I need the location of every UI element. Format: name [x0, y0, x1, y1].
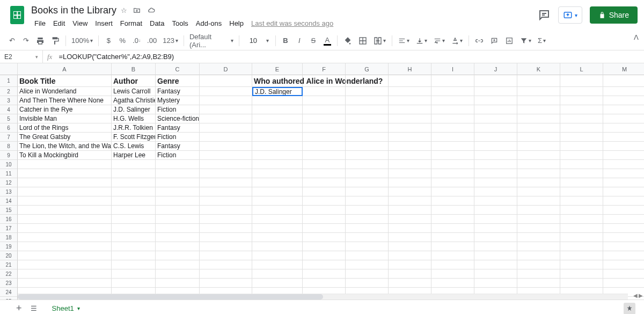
functions-icon[interactable]: Σ▾	[535, 34, 548, 48]
cell[interactable]	[474, 87, 517, 96]
cell[interactable]	[112, 224, 156, 233]
format-currency-icon[interactable]: $	[102, 34, 115, 48]
print-icon[interactable]	[33, 34, 47, 48]
cloud-status-icon[interactable]	[147, 6, 156, 14]
cell[interactable]	[603, 178, 644, 187]
cell[interactable]	[156, 260, 200, 269]
cell[interactable]	[252, 133, 303, 142]
cell[interactable]	[156, 196, 200, 206]
row-header[interactable]: 6	[0, 123, 18, 133]
cell[interactable]: J.D. Salinger	[112, 105, 156, 114]
cell[interactable]	[18, 260, 112, 269]
cell[interactable]: Author	[112, 75, 156, 87]
cell[interactable]	[156, 233, 200, 242]
cell[interactable]	[303, 206, 346, 215]
cell[interactable]	[560, 87, 603, 96]
cell[interactable]	[603, 105, 644, 114]
cell[interactable]	[560, 151, 603, 160]
cell[interactable]	[560, 233, 603, 242]
cell[interactable]	[517, 178, 560, 187]
cell[interactable]	[474, 215, 517, 224]
row-header[interactable]: 11	[0, 169, 18, 178]
cell[interactable]	[252, 224, 303, 233]
cell[interactable]	[389, 87, 431, 96]
cell[interactable]	[560, 251, 603, 260]
formula-input[interactable]: =LOOKUP("Catcher%",A2:A9,B2:B9)	[56, 53, 644, 61]
column-header[interactable]: E	[252, 63, 303, 75]
cell[interactable]	[389, 169, 431, 178]
cell[interactable]	[389, 215, 431, 224]
cell[interactable]: The Lion, the Witch, and the Wardr	[18, 142, 112, 151]
cell[interactable]	[200, 151, 252, 160]
cell[interactable]: Fiction	[156, 133, 200, 142]
cell[interactable]	[474, 242, 517, 251]
cell[interactable]	[560, 142, 603, 151]
cell[interactable]	[303, 160, 346, 169]
cell[interactable]	[156, 242, 200, 251]
cell[interactable]	[112, 178, 156, 187]
cell[interactable]	[474, 96, 517, 105]
cell[interactable]	[252, 279, 303, 288]
cell[interactable]	[560, 260, 603, 269]
column-header[interactable]: F	[303, 63, 346, 75]
cell[interactable]	[303, 224, 346, 233]
cell[interactable]	[389, 260, 431, 269]
cell[interactable]	[200, 233, 252, 242]
cell[interactable]	[252, 260, 303, 269]
cell[interactable]	[303, 242, 346, 251]
fill-color-icon[interactable]	[341, 34, 355, 48]
cell[interactable]	[517, 187, 560, 196]
cell[interactable]	[200, 160, 252, 169]
cell[interactable]	[431, 269, 474, 279]
cell[interactable]	[200, 105, 252, 114]
cell[interactable]: The Great Gatsby	[18, 133, 112, 142]
cell[interactable]	[560, 224, 603, 233]
cell[interactable]	[156, 251, 200, 260]
cell[interactable]	[252, 123, 303, 133]
cell[interactable]	[603, 233, 644, 242]
text-rotation-icon[interactable]: ▾	[449, 34, 465, 48]
cell[interactable]	[18, 242, 112, 251]
cell[interactable]	[431, 242, 474, 251]
cell[interactable]	[389, 75, 431, 87]
cell[interactable]	[517, 123, 560, 133]
cell[interactable]	[474, 224, 517, 233]
redo-icon[interactable]: ↷	[19, 34, 32, 48]
cell[interactable]	[474, 233, 517, 242]
cell[interactable]	[346, 96, 389, 105]
cell[interactable]	[431, 187, 474, 196]
row-header[interactable]: 8	[0, 142, 18, 151]
cell[interactable]	[303, 123, 346, 133]
row-header[interactable]: 4	[0, 105, 18, 114]
cell[interactable]	[603, 224, 644, 233]
column-header[interactable]: M	[603, 63, 644, 75]
cell[interactable]	[18, 196, 112, 206]
cell[interactable]	[474, 251, 517, 260]
cell[interactable]	[517, 206, 560, 215]
cell[interactable]	[346, 105, 389, 114]
cell[interactable]	[346, 187, 389, 196]
cell[interactable]	[303, 279, 346, 288]
cell[interactable]	[346, 242, 389, 251]
cell[interactable]	[112, 260, 156, 269]
cell[interactable]	[112, 242, 156, 251]
cell[interactable]	[431, 279, 474, 288]
cell[interactable]	[474, 187, 517, 196]
column-header[interactable]: C	[156, 63, 200, 75]
cell[interactable]	[252, 206, 303, 215]
cell[interactable]	[18, 206, 112, 215]
cell[interactable]	[389, 242, 431, 251]
cell[interactable]	[431, 151, 474, 160]
cell[interactable]	[603, 114, 644, 123]
cell[interactable]	[346, 151, 389, 160]
cell[interactable]: Catcher in the Rye	[18, 105, 112, 114]
row-header[interactable]: 2	[0, 87, 18, 96]
cell[interactable]	[252, 105, 303, 114]
cell[interactable]	[200, 75, 252, 87]
cell[interactable]	[112, 187, 156, 196]
row-header[interactable]: 16	[0, 215, 18, 224]
cell[interactable]	[560, 75, 603, 87]
cell[interactable]	[389, 224, 431, 233]
cell[interactable]: Harper Lee	[112, 151, 156, 160]
cell[interactable]	[303, 105, 346, 114]
